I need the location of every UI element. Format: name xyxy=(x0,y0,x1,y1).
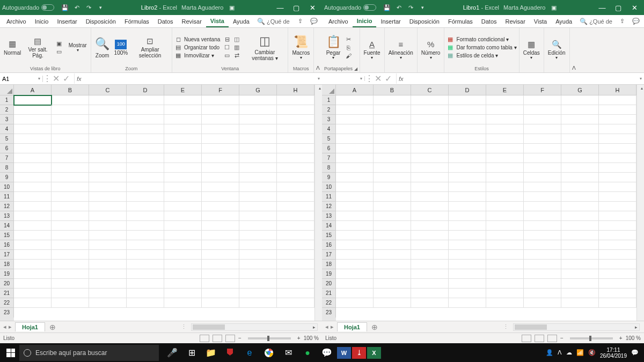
switch-windows-button[interactable]: ◫Cambiar ventanas ▾ xyxy=(244,33,286,62)
cell[interactable] xyxy=(486,144,524,153)
paste-button[interactable]: 📋Pegar▾ xyxy=(324,33,342,62)
cell[interactable] xyxy=(336,240,374,250)
add-sheet-button[interactable]: ⊕ xyxy=(49,323,56,331)
col-header[interactable]: B xyxy=(52,85,89,95)
row-header[interactable]: 11 xyxy=(322,192,336,202)
user-badge-icon[interactable]: ▣ xyxy=(228,3,236,12)
cell[interactable] xyxy=(561,115,599,124)
cell[interactable] xyxy=(52,95,89,105)
cell[interactable] xyxy=(52,289,89,298)
cell[interactable] xyxy=(336,95,374,105)
col-header[interactable]: G xyxy=(561,85,599,95)
cell[interactable] xyxy=(14,298,52,308)
cell[interactable] xyxy=(486,173,524,182)
cell[interactable] xyxy=(202,260,239,269)
cell[interactable] xyxy=(524,144,561,153)
undo-icon[interactable]: ↶ xyxy=(72,3,81,12)
row-header[interactable]: 22 xyxy=(0,298,14,308)
cell[interactable] xyxy=(14,163,52,173)
cell[interactable] xyxy=(14,173,52,182)
cell[interactable] xyxy=(14,260,52,269)
cell[interactable] xyxy=(277,163,314,173)
cell[interactable] xyxy=(336,124,374,134)
cell[interactable] xyxy=(374,105,411,115)
cell[interactable] xyxy=(239,124,277,134)
cell[interactable] xyxy=(374,182,411,192)
cell[interactable] xyxy=(486,105,524,115)
cell[interactable] xyxy=(336,269,374,279)
cell[interactable] xyxy=(374,144,411,153)
cell[interactable] xyxy=(52,269,89,279)
cell[interactable] xyxy=(164,221,202,231)
col-header[interactable]: C xyxy=(89,85,127,95)
comments-button[interactable]: 💬 xyxy=(630,16,642,27)
cell[interactable] xyxy=(277,144,314,153)
cell[interactable] xyxy=(164,231,202,240)
conditional-format-button[interactable]: ▦Formato condicional ▾ xyxy=(447,36,516,43)
cell[interactable] xyxy=(561,298,599,308)
cell[interactable] xyxy=(449,298,486,308)
row-header[interactable]: 8 xyxy=(0,163,14,173)
cell[interactable] xyxy=(202,279,239,289)
cell[interactable] xyxy=(561,124,599,134)
cell[interactable] xyxy=(374,163,411,173)
cell[interactable] xyxy=(164,240,202,250)
row-header[interactable]: 1 xyxy=(322,95,336,105)
row-header[interactable]: 20 xyxy=(322,279,336,289)
cell[interactable] xyxy=(14,124,52,134)
cell[interactable] xyxy=(277,231,314,240)
tab-archivo[interactable]: Archivo xyxy=(2,16,31,27)
cell[interactable] xyxy=(486,163,524,173)
cell[interactable] xyxy=(239,115,277,124)
cell[interactable] xyxy=(89,269,127,279)
row-header[interactable]: 15 xyxy=(0,231,14,240)
cell[interactable] xyxy=(164,134,202,144)
cell[interactable] xyxy=(449,260,486,269)
cell[interactable] xyxy=(164,279,202,289)
cell[interactable] xyxy=(52,144,89,153)
cell[interactable] xyxy=(239,279,277,289)
row-header[interactable]: 7 xyxy=(0,153,14,163)
col-header[interactable]: E xyxy=(164,85,202,95)
row-header[interactable]: 18 xyxy=(322,260,336,269)
minimize-button[interactable]: ― xyxy=(273,0,288,15)
cell[interactable] xyxy=(202,182,239,192)
cell[interactable] xyxy=(239,269,277,279)
cell[interactable] xyxy=(561,211,599,221)
split-icon[interactable]: ⊟◫ xyxy=(223,36,240,43)
cell[interactable] xyxy=(411,134,449,144)
cell[interactable] xyxy=(486,269,524,279)
task-view-icon[interactable]: ⊞ xyxy=(182,345,201,361)
cell[interactable] xyxy=(164,260,202,269)
cell[interactable] xyxy=(524,173,561,182)
cell[interactable] xyxy=(449,269,486,279)
cell[interactable] xyxy=(202,250,239,260)
cell[interactable] xyxy=(599,269,636,279)
cell[interactable] xyxy=(52,240,89,250)
cell[interactable] xyxy=(14,134,52,144)
maximize-button[interactable]: ▢ xyxy=(289,0,304,15)
fx-icon[interactable]: fx xyxy=(75,76,84,82)
cell[interactable] xyxy=(336,115,374,124)
cell[interactable] xyxy=(164,153,202,163)
row-header[interactable]: 10 xyxy=(0,182,14,192)
zoom-out-icon[interactable]: − xyxy=(238,335,241,341)
cell[interactable] xyxy=(202,153,239,163)
cell[interactable] xyxy=(127,105,164,115)
cell[interactable] xyxy=(374,202,411,211)
collapse-ribbon-icon[interactable]: ᐱ xyxy=(314,28,322,72)
cell[interactable] xyxy=(486,134,524,144)
cell[interactable] xyxy=(561,192,599,202)
enter-formula-icon[interactable]: ✓ xyxy=(385,73,392,84)
row-header[interactable]: 16 xyxy=(0,240,14,250)
cell[interactable] xyxy=(127,134,164,144)
redo-icon[interactable]: ↷ xyxy=(406,3,415,12)
cell[interactable] xyxy=(524,202,561,211)
cell[interactable] xyxy=(524,260,561,269)
row-header[interactable]: 2 xyxy=(322,105,336,115)
cell[interactable] xyxy=(411,289,449,298)
cell[interactable] xyxy=(599,153,636,163)
chrome-icon[interactable] xyxy=(260,345,278,361)
row-header[interactable]: 9 xyxy=(0,173,14,182)
cell[interactable] xyxy=(524,231,561,240)
